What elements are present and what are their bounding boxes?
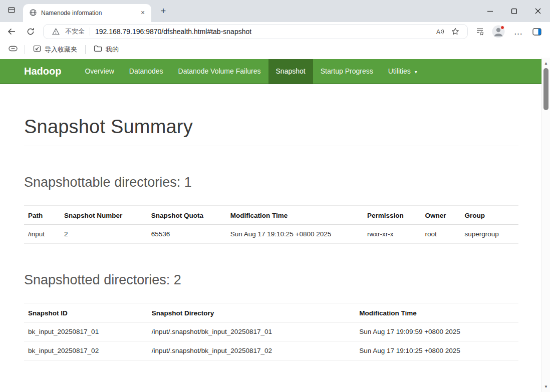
- scroll-up-button[interactable]: ▲: [542, 59, 550, 67]
- favorites-hub-button[interactable]: [473, 25, 487, 39]
- bookmark-folder-my[interactable]: 我的: [90, 43, 122, 56]
- profile-avatar[interactable]: [491, 25, 505, 39]
- read-aloud-button[interactable]: A: [434, 26, 446, 38]
- address-bar[interactable]: 不安全 192.168.79.196:9870/dfshealth.html#t…: [43, 24, 468, 39]
- sidebar-toggle-button[interactable]: [530, 25, 544, 39]
- address-toolbar: 不安全 192.168.79.196:9870/dfshealth.html#t…: [0, 22, 550, 41]
- column-header-snapshot-quota: Snapshot Quota: [147, 206, 226, 225]
- cell-modification-time: Sun Aug 17 19:10:25 +0800 2025: [226, 225, 363, 244]
- table-row: bk_input_20250817_02 /input/.snapshot/bk…: [24, 341, 518, 360]
- hadoop-brand-link[interactable]: Hadoop: [24, 59, 61, 84]
- nav-item-datanodes[interactable]: Datanodes: [122, 59, 171, 84]
- nav-item-startup-progress[interactable]: Startup Progress: [313, 59, 381, 84]
- column-header-snapshot-number: Snapshot Number: [60, 206, 147, 225]
- snapshotted-table: Snapshot ID Snapshot Directory Modificat…: [24, 303, 518, 360]
- cell-snapshot-directory: /input/.snapshot/bk_input_20250817_01: [148, 322, 356, 341]
- minimize-button[interactable]: [478, 0, 502, 22]
- column-header-permission: Permission: [363, 206, 421, 225]
- browser-tab-strip: Namenode information × +: [0, 0, 550, 22]
- settings-menu-button[interactable]: …: [511, 25, 525, 39]
- bookmarks-bar: 导入收藏夹 我的: [0, 41, 550, 58]
- nav-item-overview[interactable]: Overview: [77, 59, 121, 84]
- column-header-modification-time: Modification Time: [355, 303, 518, 322]
- column-header-path: Path: [24, 206, 60, 225]
- favorite-star-button[interactable]: [449, 26, 461, 38]
- cell-snapshot-quota: 65536: [147, 225, 226, 244]
- column-header-modification-time: Modification Time: [226, 206, 363, 225]
- new-tab-button[interactable]: +: [157, 6, 170, 17]
- cell-modification-time: Sun Aug 17 19:09:59 +0800 2025: [355, 322, 518, 341]
- tab-title: Namenode information: [41, 10, 134, 17]
- maximize-button[interactable]: [502, 0, 526, 22]
- column-header-group: Group: [460, 206, 518, 225]
- cell-snapshot-directory: /input/.snapshot/bk_input_20250817_02: [148, 341, 356, 360]
- nav-item-datanode-volume-failures[interactable]: Datanode Volume Failures: [171, 59, 268, 84]
- cell-modification-time: Sun Aug 17 19:10:25 +0800 2025: [355, 341, 518, 360]
- reading-list-icon: [9, 45, 18, 54]
- snapshottable-table: Path Snapshot Number Snapshot Quota Modi…: [24, 205, 518, 244]
- security-label: 不安全: [65, 27, 85, 36]
- hadoop-navbar: Hadoop Overview Datanodes Datanode Volum…: [0, 59, 541, 84]
- cell-group: supergroup: [460, 225, 518, 244]
- caret-down-icon: ▾: [415, 60, 417, 84]
- bookmarks-separator: [25, 45, 25, 54]
- tab-actions-button[interactable]: [5, 5, 19, 18]
- scroll-down-button[interactable]: ▼: [542, 382, 550, 390]
- column-header-snapshot-id: Snapshot ID: [24, 303, 148, 322]
- cell-snapshot-id: bk_input_20250817_01: [24, 322, 148, 341]
- import-favorites-icon: [33, 45, 41, 54]
- bookmark-label: 我的: [106, 45, 119, 54]
- scroll-thumb[interactable]: [543, 68, 548, 110]
- snapshotted-heading: Snapshotted directories: 2: [24, 272, 518, 288]
- cell-permission: rwxr-xr-x: [363, 225, 421, 244]
- table-header-row: Snapshot ID Snapshot Directory Modificat…: [24, 303, 518, 322]
- not-secure-warning-icon[interactable]: [50, 26, 62, 38]
- column-header-owner: Owner: [421, 206, 461, 225]
- nav-item-label: Utilities: [388, 67, 411, 75]
- cell-snapshot-id: bk_input_20250817_02: [24, 341, 148, 360]
- bookmarks-separator: [85, 45, 86, 54]
- refresh-button[interactable]: [23, 24, 38, 39]
- url-separator: [90, 28, 90, 36]
- browser-tab[interactable]: Namenode information ×: [23, 4, 151, 22]
- tab-close-button[interactable]: ×: [138, 9, 147, 18]
- cell-path: /input: [24, 225, 60, 244]
- page-title: Snapshot Summary: [24, 116, 518, 138]
- notification-dot: [500, 26, 504, 30]
- web-page: Hadoop Overview Datanodes Datanode Volum…: [0, 58, 541, 392]
- title-divider: [24, 146, 518, 146]
- folder-icon: [94, 45, 102, 54]
- back-button[interactable]: [4, 24, 19, 39]
- table-header-row: Path Snapshot Number Snapshot Quota Modi…: [24, 206, 518, 225]
- globe-icon: [29, 9, 37, 18]
- snapshottable-heading: Snapshottable directories: 1: [24, 175, 518, 190]
- nav-item-snapshot[interactable]: Snapshot: [268, 59, 313, 84]
- window-menu-icon: [8, 6, 16, 16]
- nav-item-utilities[interactable]: Utilities ▾: [381, 59, 425, 84]
- url-text: 192.168.79.196:9870/dfshealth.html#tab-s…: [95, 28, 251, 36]
- vertical-scrollbar[interactable]: ▲ ▼: [541, 58, 550, 392]
- svg-text:A: A: [436, 29, 440, 36]
- close-window-button[interactable]: [526, 0, 550, 22]
- table-row: bk_input_20250817_01 /input/.snapshot/bk…: [24, 322, 518, 341]
- bookmark-import-favorites[interactable]: 导入收藏夹: [30, 43, 81, 56]
- table-row: /input 2 65536 Sun Aug 17 19:10:25 +0800…: [24, 225, 518, 244]
- cell-snapshot-number: 2: [60, 225, 147, 244]
- bookmarks-menu-button[interactable]: [6, 43, 20, 56]
- cell-owner: root: [421, 225, 461, 244]
- window-controls: [478, 0, 550, 22]
- bookmark-label: 导入收藏夹: [45, 45, 77, 54]
- content-container: Snapshot Summary Snapshottable directori…: [0, 116, 541, 360]
- column-header-snapshot-directory: Snapshot Directory: [148, 303, 356, 322]
